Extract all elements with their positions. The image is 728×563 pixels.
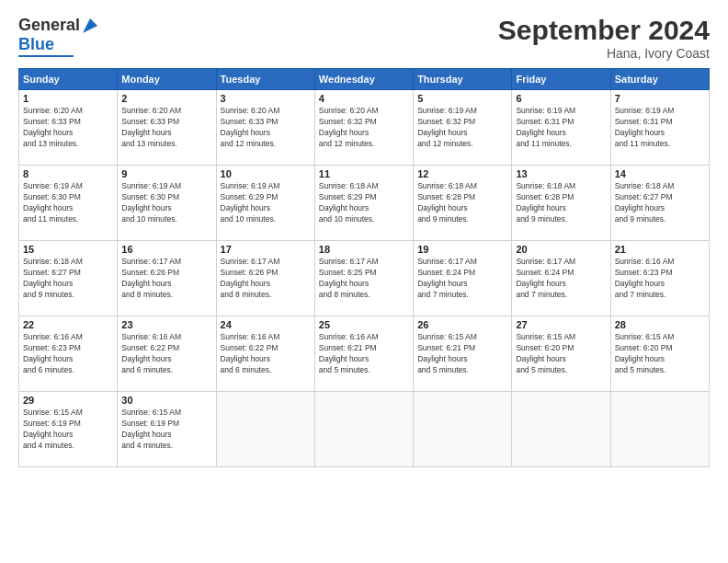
day-info: Sunrise: 6:15 AM Sunset: 6:20 PM Dayligh…	[516, 332, 606, 376]
table-row: 14 Sunrise: 6:18 AM Sunset: 6:27 PM Dayl…	[610, 166, 709, 241]
day-info: Sunrise: 6:15 AM Sunset: 6:19 PM Dayligh…	[121, 408, 211, 452]
logo: General Blue	[18, 15, 98, 57]
table-row: 15 Sunrise: 6:18 AM Sunset: 6:27 PM Dayl…	[19, 241, 118, 316]
day-number: 15	[23, 244, 113, 255]
table-row: 4 Sunrise: 6:20 AM Sunset: 6:32 PM Dayli…	[314, 90, 413, 166]
day-info: Sunrise: 6:17 AM Sunset: 6:26 PM Dayligh…	[221, 257, 311, 301]
day-info: Sunrise: 6:18 AM Sunset: 6:28 PM Dayligh…	[417, 181, 507, 225]
day-number: 4	[319, 93, 409, 104]
day-info: Sunrise: 6:19 AM Sunset: 6:31 PM Dayligh…	[615, 106, 705, 150]
day-info: Sunrise: 6:16 AM Sunset: 6:21 PM Dayligh…	[319, 332, 409, 376]
day-number: 5	[417, 93, 507, 104]
day-number: 2	[121, 93, 211, 104]
table-row: 30 Sunrise: 6:15 AM Sunset: 6:19 PM Dayl…	[118, 392, 216, 467]
empty-cell	[610, 392, 709, 467]
calendar-week-row: 22 Sunrise: 6:16 AM Sunset: 6:23 PM Dayl…	[19, 316, 710, 392]
day-info: Sunrise: 6:19 AM Sunset: 6:30 PM Dayligh…	[121, 181, 211, 225]
day-info: Sunrise: 6:16 AM Sunset: 6:22 PM Dayligh…	[221, 332, 311, 376]
table-row: 29 Sunrise: 6:15 AM Sunset: 6:19 PM Dayl…	[19, 392, 118, 467]
table-row: 2 Sunrise: 6:20 AM Sunset: 6:33 PM Dayli…	[118, 90, 216, 166]
day-number: 1	[23, 93, 113, 104]
day-info: Sunrise: 6:19 AM Sunset: 6:32 PM Dayligh…	[417, 106, 507, 150]
table-row: 16 Sunrise: 6:17 AM Sunset: 6:26 PM Dayl…	[118, 241, 216, 316]
calendar: Sunday Monday Tuesday Wednesday Thursday…	[18, 68, 710, 467]
day-info: Sunrise: 6:18 AM Sunset: 6:29 PM Dayligh…	[319, 181, 409, 225]
table-row: 27 Sunrise: 6:15 AM Sunset: 6:20 PM Dayl…	[512, 316, 610, 392]
day-info: Sunrise: 6:19 AM Sunset: 6:31 PM Dayligh…	[516, 106, 606, 150]
day-number: 19	[417, 244, 507, 255]
day-info: Sunrise: 6:20 AM Sunset: 6:33 PM Dayligh…	[121, 106, 211, 150]
col-thursday: Thursday	[414, 69, 512, 90]
table-row: 17 Sunrise: 6:17 AM Sunset: 6:26 PM Dayl…	[216, 241, 314, 316]
calendar-header-row: Sunday Monday Tuesday Wednesday Thursday…	[19, 69, 710, 90]
day-info: Sunrise: 6:17 AM Sunset: 6:25 PM Dayligh…	[319, 257, 409, 301]
empty-cell	[216, 392, 314, 467]
day-info: Sunrise: 6:20 AM Sunset: 6:33 PM Dayligh…	[221, 106, 311, 150]
day-number: 11	[319, 168, 409, 179]
table-row: 26 Sunrise: 6:15 AM Sunset: 6:21 PM Dayl…	[414, 316, 512, 392]
table-row: 19 Sunrise: 6:17 AM Sunset: 6:24 PM Dayl…	[414, 241, 512, 316]
day-number: 14	[615, 168, 705, 179]
calendar-week-row: 1 Sunrise: 6:20 AM Sunset: 6:33 PM Dayli…	[19, 90, 710, 166]
page: General Blue September 2024 Hana, Ivory …	[0, 0, 728, 563]
col-friday: Friday	[512, 69, 610, 90]
day-number: 12	[417, 168, 507, 179]
day-info: Sunrise: 6:17 AM Sunset: 6:24 PM Dayligh…	[417, 257, 507, 301]
day-info: Sunrise: 6:18 AM Sunset: 6:28 PM Dayligh…	[516, 181, 606, 225]
col-tuesday: Tuesday	[216, 69, 314, 90]
day-number: 3	[221, 93, 311, 104]
col-monday: Monday	[118, 69, 216, 90]
day-number: 18	[319, 244, 409, 255]
day-info: Sunrise: 6:20 AM Sunset: 6:32 PM Dayligh…	[319, 106, 409, 150]
col-wednesday: Wednesday	[314, 69, 413, 90]
table-row: 13 Sunrise: 6:18 AM Sunset: 6:28 PM Dayl…	[512, 166, 610, 241]
day-info: Sunrise: 6:19 AM Sunset: 6:30 PM Dayligh…	[23, 181, 113, 225]
calendar-week-row: 8 Sunrise: 6:19 AM Sunset: 6:30 PM Dayli…	[19, 166, 710, 241]
title-block: September 2024 Hana, Ivory Coast	[498, 15, 710, 61]
table-row: 28 Sunrise: 6:15 AM Sunset: 6:20 PM Dayl…	[610, 316, 709, 392]
day-number: 8	[23, 168, 113, 179]
header: General Blue September 2024 Hana, Ivory …	[18, 15, 710, 61]
table-row: 12 Sunrise: 6:18 AM Sunset: 6:28 PM Dayl…	[414, 166, 512, 241]
table-row: 9 Sunrise: 6:19 AM Sunset: 6:30 PM Dayli…	[118, 166, 216, 241]
day-info: Sunrise: 6:18 AM Sunset: 6:27 PM Dayligh…	[23, 257, 113, 301]
table-row: 5 Sunrise: 6:19 AM Sunset: 6:32 PM Dayli…	[414, 90, 512, 166]
day-info: Sunrise: 6:17 AM Sunset: 6:26 PM Dayligh…	[121, 257, 211, 301]
location: Hana, Ivory Coast	[498, 46, 710, 61]
logo-general-text: General	[18, 16, 80, 35]
col-saturday: Saturday	[610, 69, 709, 90]
logo-bird-icon	[81, 15, 97, 35]
table-row: 8 Sunrise: 6:19 AM Sunset: 6:30 PM Dayli…	[19, 166, 118, 241]
table-row: 10 Sunrise: 6:19 AM Sunset: 6:29 PM Dayl…	[216, 166, 314, 241]
day-number: 24	[221, 319, 311, 330]
day-number: 26	[417, 319, 507, 330]
day-number: 30	[121, 395, 211, 406]
day-number: 29	[23, 395, 113, 406]
day-info: Sunrise: 6:20 AM Sunset: 6:33 PM Dayligh…	[23, 106, 113, 150]
logo-blue-text: Blue	[18, 35, 54, 54]
day-number: 20	[516, 244, 606, 255]
empty-cell	[314, 392, 413, 467]
logo-underline	[18, 55, 74, 57]
table-row: 18 Sunrise: 6:17 AM Sunset: 6:25 PM Dayl…	[314, 241, 413, 316]
month-title: September 2024	[498, 15, 710, 46]
empty-cell	[414, 392, 512, 467]
table-row: 24 Sunrise: 6:16 AM Sunset: 6:22 PM Dayl…	[216, 316, 314, 392]
table-row: 25 Sunrise: 6:16 AM Sunset: 6:21 PM Dayl…	[314, 316, 413, 392]
table-row: 23 Sunrise: 6:16 AM Sunset: 6:22 PM Dayl…	[118, 316, 216, 392]
day-number: 28	[615, 319, 705, 330]
svg-marker-0	[83, 18, 97, 33]
table-row: 21 Sunrise: 6:16 AM Sunset: 6:23 PM Dayl…	[610, 241, 709, 316]
day-number: 25	[319, 319, 409, 330]
day-info: Sunrise: 6:16 AM Sunset: 6:23 PM Dayligh…	[615, 257, 705, 301]
day-info: Sunrise: 6:16 AM Sunset: 6:22 PM Dayligh…	[121, 332, 211, 376]
calendar-week-row: 15 Sunrise: 6:18 AM Sunset: 6:27 PM Dayl…	[19, 241, 710, 316]
day-info: Sunrise: 6:19 AM Sunset: 6:29 PM Dayligh…	[221, 181, 311, 225]
day-info: Sunrise: 6:15 AM Sunset: 6:20 PM Dayligh…	[615, 332, 705, 376]
day-info: Sunrise: 6:17 AM Sunset: 6:24 PM Dayligh…	[516, 257, 606, 301]
day-number: 13	[516, 168, 606, 179]
table-row: 7 Sunrise: 6:19 AM Sunset: 6:31 PM Dayli…	[610, 90, 709, 166]
table-row: 11 Sunrise: 6:18 AM Sunset: 6:29 PM Dayl…	[314, 166, 413, 241]
day-number: 16	[121, 244, 211, 255]
calendar-week-row: 29 Sunrise: 6:15 AM Sunset: 6:19 PM Dayl…	[19, 392, 710, 467]
